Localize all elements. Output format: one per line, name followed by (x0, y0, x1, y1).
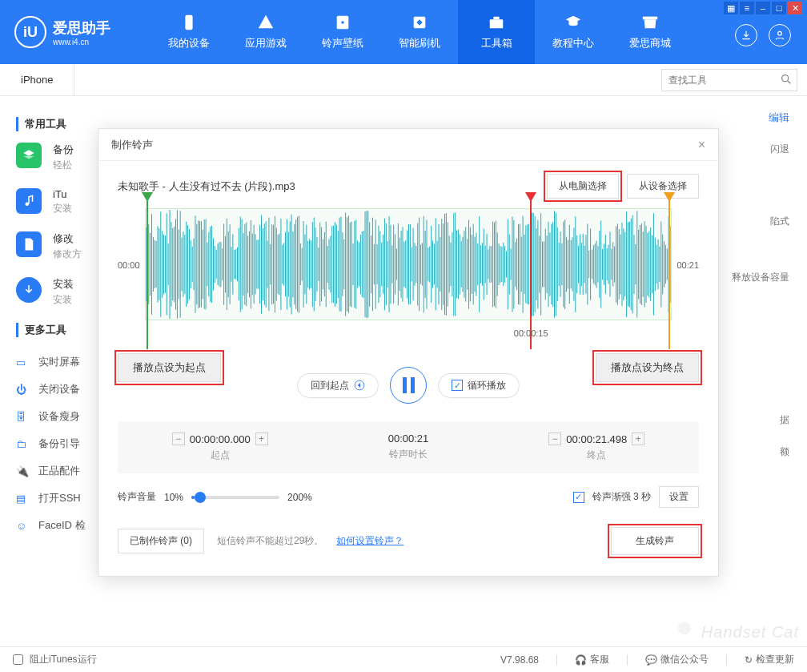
audio-filename: 未知歌手 - 人生没有过不去 (片段).mp3 (118, 179, 295, 194)
play-pause-button[interactable] (390, 367, 427, 404)
side-text-5: 额 (780, 445, 789, 459)
fade-settings-button[interactable]: 设置 (659, 486, 699, 508)
music-icon (16, 188, 42, 214)
time-end-label: 00:21 (677, 260, 699, 270)
start-minus-button[interactable]: − (172, 433, 185, 445)
nav-toolbox[interactable]: 工具箱 (458, 0, 535, 64)
back-to-start-button[interactable]: 回到起点 (297, 373, 379, 398)
logo[interactable]: iU 爱思助手 www.i4.cn (14, 16, 110, 48)
arrow-down-icon (16, 277, 42, 303)
nav-ringtone-wallpaper[interactable]: 铃声壁纸 (304, 0, 381, 64)
select-from-pc-button[interactable]: 从电脑选择 (547, 174, 619, 199)
duration-value: 00:00:21 (388, 433, 429, 445)
svg-point-2 (341, 21, 344, 24)
volume-slider[interactable] (191, 496, 279, 499)
svg-rect-4 (490, 19, 504, 28)
start-time-value: 00:00:00.000 (190, 433, 251, 445)
generate-ringtone-button[interactable]: 生成铃声 (611, 527, 699, 555)
volume-max: 200% (287, 492, 312, 503)
ringtone-maker-dialog: 制作铃声 × 未知歌手 - 人生没有过不去 (片段).mp3 从电脑选择 从设备… (98, 128, 719, 577)
terminal-icon: ▤ (16, 493, 30, 505)
search-input[interactable] (661, 69, 797, 91)
titlebar-max-icon[interactable]: □ (772, 2, 786, 14)
how-to-set-link[interactable]: 如何设置铃声？ (336, 534, 404, 548)
titlebar-menu-icon[interactable]: ≡ (740, 2, 754, 14)
svg-point-7 (782, 74, 789, 81)
logo-name: 爱思助手 (53, 18, 110, 38)
loop-checkbox[interactable]: ✓循环播放 (438, 373, 520, 398)
side-text-2: 陷式 (770, 215, 789, 228)
nav-store[interactable]: 爱思商城 (612, 0, 689, 64)
folder-icon: 🗀 (16, 438, 30, 450)
titlebar-min-icon[interactable]: – (756, 2, 770, 14)
nav-smart-flash[interactable]: 智能刷机 (381, 0, 458, 64)
layers-icon (16, 143, 42, 168)
cable-icon: 🔌 (16, 465, 30, 477)
screen-icon: ▭ (16, 356, 30, 368)
fade-label: 铃声渐强 3 秒 (592, 490, 651, 504)
titlebar-close-icon[interactable]: ✕ (788, 2, 802, 14)
end-minus-button[interactable]: − (548, 433, 561, 445)
volume-min: 10% (164, 492, 183, 503)
start-plus-button[interactable]: + (255, 433, 268, 445)
side-text-1: 闪退 (770, 143, 789, 156)
end-time-value: 00:00:21.498 (566, 433, 627, 445)
made-ringtones-button[interactable]: 已制作铃声 (0) (118, 529, 204, 553)
search-icon[interactable] (780, 73, 793, 89)
playhead-marker[interactable] (530, 195, 532, 349)
titlebar-grid-icon[interactable]: ▦ (724, 2, 738, 14)
support-link[interactable]: 🎧 客服 (575, 653, 609, 666)
block-itunes-label: 阻止iTunes运行 (30, 653, 97, 666)
nav-app-games[interactable]: 应用游戏 (227, 0, 304, 64)
svg-rect-0 (185, 15, 192, 30)
check-update-link[interactable]: ↻ 检查更新 (745, 653, 794, 666)
nav-tutorial[interactable]: 教程中心 (535, 0, 612, 64)
user-icon[interactable] (769, 24, 791, 46)
nav-my-device[interactable]: 我的设备 (151, 0, 227, 64)
download-icon[interactable] (735, 24, 757, 46)
briefcase-icon: 🗄 (16, 411, 30, 423)
file-icon (16, 231, 42, 257)
logo-icon: iU (14, 16, 46, 48)
status-bar: 阻止iTunes运行 V7.98.68 🎧 客服 💬 微信公众号 ↻ 检查更新 (0, 646, 807, 672)
power-icon: ⏻ (16, 384, 30, 396)
end-plus-button[interactable]: + (632, 433, 644, 445)
svg-rect-5 (493, 17, 499, 20)
set-as-start-button[interactable]: 播放点设为起点 (118, 353, 221, 382)
time-start-label: 00:00 (118, 260, 140, 270)
block-itunes-checkbox[interactable] (13, 654, 23, 665)
set-as-end-button[interactable]: 播放点设为终点 (596, 353, 699, 382)
edit-link[interactable]: 编辑 (769, 111, 789, 125)
start-marker[interactable] (147, 195, 148, 349)
volume-label: 铃声音量 (118, 490, 156, 504)
side-text-3: 释放设备容量 (732, 271, 789, 284)
svg-point-6 (778, 31, 782, 35)
select-from-device-button[interactable]: 从设备选择 (627, 174, 699, 199)
device-tab-iphone[interactable]: iPhone (0, 64, 74, 96)
app-header: ▦ ≡ – □ ✕ iU 爱思助手 www.i4.cn 我的设备 应用游戏 铃声… (0, 0, 807, 64)
fade-checkbox[interactable]: ✓ (573, 492, 584, 503)
version-label: V7.98.68 (500, 654, 539, 666)
end-marker[interactable] (668, 195, 670, 349)
logo-url: www.i4.cn (53, 38, 110, 46)
playhead-time: 00:00:15 (514, 328, 548, 338)
device-bar: iPhone (0, 64, 807, 96)
face-icon: ☺ (16, 520, 30, 532)
side-text-4: 据 (780, 413, 789, 427)
dialog-title: 制作铃声 (111, 138, 153, 152)
waveform-track[interactable]: 00:00:15 (145, 205, 672, 325)
titlebar-buttons: ▦ ≡ – □ ✕ (724, 2, 802, 14)
wechat-link[interactable]: 💬 微信公众号 (645, 653, 709, 666)
main-nav: 我的设备 应用游戏 铃声壁纸 智能刷机 工具箱 教程中心 爱思商城 (151, 0, 689, 64)
sms-hint: 短信铃声不能超过29秒。 (217, 534, 323, 548)
time-panel: −00:00:00.000+ 起点 00:00:21 铃声时长 −00:00:2… (118, 421, 699, 473)
close-icon[interactable]: × (698, 138, 705, 152)
